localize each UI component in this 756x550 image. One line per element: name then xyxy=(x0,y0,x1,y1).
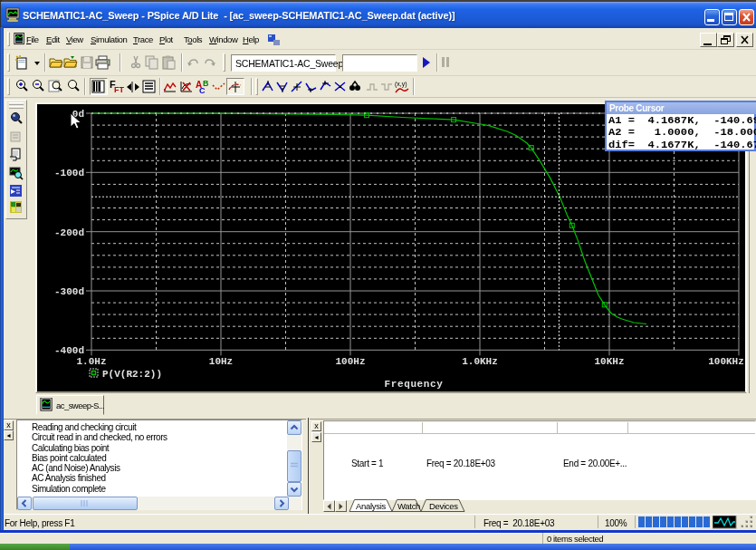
svg-text:C: C xyxy=(199,86,206,94)
svg-text:100Hz: 100Hz xyxy=(335,356,365,367)
svg-text:FT: FT xyxy=(114,85,124,94)
svg-text:(x,y): (x,y) xyxy=(395,81,407,88)
svg-text:-100d: -100d xyxy=(54,168,84,179)
svg-text:Frequency: Frequency xyxy=(385,379,444,390)
svg-text:-400d: -400d xyxy=(54,345,84,356)
svg-text:10Hz: 10Hz xyxy=(209,356,233,367)
svg-text:-300d: -300d xyxy=(54,286,84,297)
svg-text:Analysis: Analysis xyxy=(356,501,387,511)
svg-text:10KHz: 10KHz xyxy=(594,356,624,367)
svg-text:100KHz: 100KHz xyxy=(708,356,744,367)
svg-text:Watch: Watch xyxy=(397,501,420,511)
svg-text:1.0Hz: 1.0Hz xyxy=(76,356,106,367)
svg-text:1.0KHz: 1.0KHz xyxy=(462,356,498,367)
svg-text:P(V(R2:2)): P(V(R2:2)) xyxy=(102,369,162,380)
svg-text:-200d: -200d xyxy=(54,227,84,238)
svg-text:Devices: Devices xyxy=(429,501,458,511)
